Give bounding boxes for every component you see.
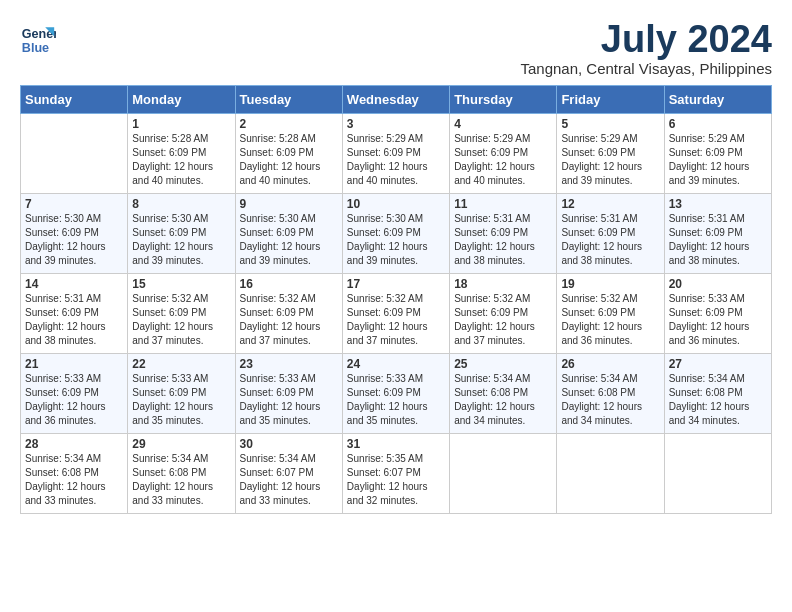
- calendar-cell: 2 Sunrise: 5:28 AM Sunset: 6:09 PM Dayli…: [235, 114, 342, 194]
- calendar-cell: 6 Sunrise: 5:29 AM Sunset: 6:09 PM Dayli…: [664, 114, 771, 194]
- day-info: Sunrise: 5:29 AM Sunset: 6:09 PM Dayligh…: [454, 132, 552, 188]
- day-info: Sunrise: 5:31 AM Sunset: 6:09 PM Dayligh…: [454, 212, 552, 268]
- calendar-cell: 8 Sunrise: 5:30 AM Sunset: 6:09 PM Dayli…: [128, 194, 235, 274]
- day-number: 6: [669, 117, 767, 131]
- sunset-text: Sunset: 6:09 PM: [25, 227, 99, 238]
- sunrise-text: Sunrise: 5:34 AM: [669, 373, 745, 384]
- calendar-cell: 3 Sunrise: 5:29 AM Sunset: 6:09 PM Dayli…: [342, 114, 449, 194]
- header-sunday: Sunday: [21, 86, 128, 114]
- sunrise-text: Sunrise: 5:32 AM: [347, 293, 423, 304]
- daylight-text: Daylight: 12 hours and 35 minutes.: [240, 401, 321, 426]
- page-container: General Blue July 2024 Tangnan, Central …: [20, 20, 772, 514]
- sunset-text: Sunset: 6:09 PM: [669, 147, 743, 158]
- calendar-cell: 10 Sunrise: 5:30 AM Sunset: 6:09 PM Dayl…: [342, 194, 449, 274]
- daylight-text: Daylight: 12 hours and 37 minutes.: [347, 321, 428, 346]
- daylight-text: Daylight: 12 hours and 33 minutes.: [132, 481, 213, 506]
- day-info: Sunrise: 5:32 AM Sunset: 6:09 PM Dayligh…: [454, 292, 552, 348]
- daylight-text: Daylight: 12 hours and 38 minutes.: [669, 241, 750, 266]
- day-info: Sunrise: 5:32 AM Sunset: 6:09 PM Dayligh…: [240, 292, 338, 348]
- day-number: 5: [561, 117, 659, 131]
- daylight-text: Daylight: 12 hours and 39 minutes.: [669, 161, 750, 186]
- day-number: 2: [240, 117, 338, 131]
- daylight-text: Daylight: 12 hours and 32 minutes.: [347, 481, 428, 506]
- day-info: Sunrise: 5:33 AM Sunset: 6:09 PM Dayligh…: [669, 292, 767, 348]
- daylight-text: Daylight: 12 hours and 36 minutes.: [561, 321, 642, 346]
- day-info: Sunrise: 5:29 AM Sunset: 6:09 PM Dayligh…: [669, 132, 767, 188]
- sunset-text: Sunset: 6:09 PM: [347, 307, 421, 318]
- day-info: Sunrise: 5:34 AM Sunset: 6:07 PM Dayligh…: [240, 452, 338, 508]
- day-info: Sunrise: 5:31 AM Sunset: 6:09 PM Dayligh…: [25, 292, 123, 348]
- header-monday: Monday: [128, 86, 235, 114]
- calendar-cell: [557, 434, 664, 514]
- day-info: Sunrise: 5:30 AM Sunset: 6:09 PM Dayligh…: [25, 212, 123, 268]
- calendar-cell: 26 Sunrise: 5:34 AM Sunset: 6:08 PM Dayl…: [557, 354, 664, 434]
- sunset-text: Sunset: 6:08 PM: [454, 387, 528, 398]
- day-number: 14: [25, 277, 123, 291]
- daylight-text: Daylight: 12 hours and 33 minutes.: [240, 481, 321, 506]
- calendar-cell: 29 Sunrise: 5:34 AM Sunset: 6:08 PM Dayl…: [128, 434, 235, 514]
- day-info: Sunrise: 5:31 AM Sunset: 6:09 PM Dayligh…: [561, 212, 659, 268]
- daylight-text: Daylight: 12 hours and 39 minutes.: [132, 241, 213, 266]
- sunrise-text: Sunrise: 5:34 AM: [25, 453, 101, 464]
- calendar-cell: [450, 434, 557, 514]
- sunrise-text: Sunrise: 5:33 AM: [347, 373, 423, 384]
- day-number: 25: [454, 357, 552, 371]
- calendar-cell: 23 Sunrise: 5:33 AM Sunset: 6:09 PM Dayl…: [235, 354, 342, 434]
- day-number: 13: [669, 197, 767, 211]
- month-year-title: July 2024: [520, 20, 772, 58]
- daylight-text: Daylight: 12 hours and 40 minutes.: [454, 161, 535, 186]
- day-number: 29: [132, 437, 230, 451]
- calendar-cell: 18 Sunrise: 5:32 AM Sunset: 6:09 PM Dayl…: [450, 274, 557, 354]
- day-number: 12: [561, 197, 659, 211]
- calendar-cell: 21 Sunrise: 5:33 AM Sunset: 6:09 PM Dayl…: [21, 354, 128, 434]
- sunset-text: Sunset: 6:09 PM: [132, 227, 206, 238]
- sunrise-text: Sunrise: 5:30 AM: [132, 213, 208, 224]
- daylight-text: Daylight: 12 hours and 39 minutes.: [240, 241, 321, 266]
- sunset-text: Sunset: 6:09 PM: [240, 307, 314, 318]
- header-wednesday: Wednesday: [342, 86, 449, 114]
- daylight-text: Daylight: 12 hours and 33 minutes.: [25, 481, 106, 506]
- day-info: Sunrise: 5:30 AM Sunset: 6:09 PM Dayligh…: [347, 212, 445, 268]
- week-row-5: 28 Sunrise: 5:34 AM Sunset: 6:08 PM Dayl…: [21, 434, 772, 514]
- header-friday: Friday: [557, 86, 664, 114]
- daylight-text: Daylight: 12 hours and 40 minutes.: [132, 161, 213, 186]
- daylight-text: Daylight: 12 hours and 39 minutes.: [25, 241, 106, 266]
- calendar-cell: 11 Sunrise: 5:31 AM Sunset: 6:09 PM Dayl…: [450, 194, 557, 274]
- sunrise-text: Sunrise: 5:28 AM: [240, 133, 316, 144]
- calendar-cell: 16 Sunrise: 5:32 AM Sunset: 6:09 PM Dayl…: [235, 274, 342, 354]
- sunrise-text: Sunrise: 5:33 AM: [240, 373, 316, 384]
- calendar-cell: 27 Sunrise: 5:34 AM Sunset: 6:08 PM Dayl…: [664, 354, 771, 434]
- week-row-4: 21 Sunrise: 5:33 AM Sunset: 6:09 PM Dayl…: [21, 354, 772, 434]
- sunrise-text: Sunrise: 5:33 AM: [669, 293, 745, 304]
- daylight-text: Daylight: 12 hours and 34 minutes.: [454, 401, 535, 426]
- calendar-cell: 17 Sunrise: 5:32 AM Sunset: 6:09 PM Dayl…: [342, 274, 449, 354]
- day-number: 3: [347, 117, 445, 131]
- daylight-text: Daylight: 12 hours and 35 minutes.: [132, 401, 213, 426]
- svg-text:Blue: Blue: [22, 41, 49, 55]
- sunset-text: Sunset: 6:09 PM: [240, 227, 314, 238]
- sunrise-text: Sunrise: 5:34 AM: [132, 453, 208, 464]
- calendar-cell: 7 Sunrise: 5:30 AM Sunset: 6:09 PM Dayli…: [21, 194, 128, 274]
- sunset-text: Sunset: 6:09 PM: [347, 227, 421, 238]
- day-number: 27: [669, 357, 767, 371]
- week-row-2: 7 Sunrise: 5:30 AM Sunset: 6:09 PM Dayli…: [21, 194, 772, 274]
- day-info: Sunrise: 5:34 AM Sunset: 6:08 PM Dayligh…: [25, 452, 123, 508]
- daylight-text: Daylight: 12 hours and 37 minutes.: [240, 321, 321, 346]
- day-number: 26: [561, 357, 659, 371]
- calendar-cell: 5 Sunrise: 5:29 AM Sunset: 6:09 PM Dayli…: [557, 114, 664, 194]
- sunset-text: Sunset: 6:09 PM: [240, 147, 314, 158]
- day-info: Sunrise: 5:33 AM Sunset: 6:09 PM Dayligh…: [347, 372, 445, 428]
- day-info: Sunrise: 5:35 AM Sunset: 6:07 PM Dayligh…: [347, 452, 445, 508]
- calendar-cell: [664, 434, 771, 514]
- sunrise-text: Sunrise: 5:34 AM: [561, 373, 637, 384]
- daylight-text: Daylight: 12 hours and 34 minutes.: [561, 401, 642, 426]
- header: General Blue July 2024 Tangnan, Central …: [20, 20, 772, 77]
- logo-icon: General Blue: [20, 20, 56, 56]
- day-number: 31: [347, 437, 445, 451]
- daylight-text: Daylight: 12 hours and 38 minutes.: [25, 321, 106, 346]
- day-info: Sunrise: 5:34 AM Sunset: 6:08 PM Dayligh…: [454, 372, 552, 428]
- calendar-table: Sunday Monday Tuesday Wednesday Thursday…: [20, 85, 772, 514]
- day-number: 21: [25, 357, 123, 371]
- sunrise-text: Sunrise: 5:29 AM: [347, 133, 423, 144]
- day-info: Sunrise: 5:33 AM Sunset: 6:09 PM Dayligh…: [132, 372, 230, 428]
